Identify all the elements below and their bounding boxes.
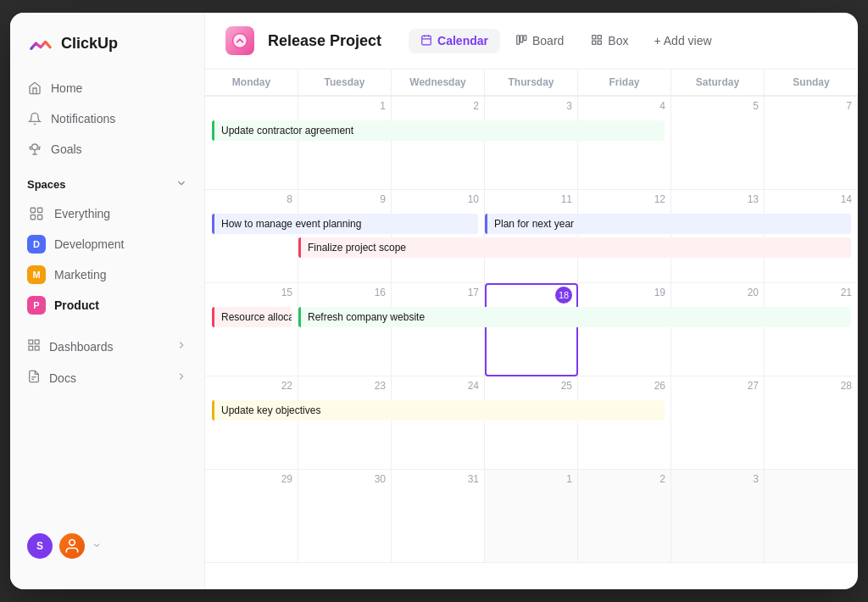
svg-rect-5 [29, 340, 33, 344]
day-cell-w2-d0[interactable]: 15 [205, 283, 298, 376]
calendar-event[interactable]: How to manage event planning [212, 214, 478, 234]
sidebar-sections: Dashboards Docs [10, 331, 204, 393]
calendar-week-1: 891011121314How to manage event planning… [205, 190, 858, 283]
day-cell-w4-d6[interactable] [765, 470, 858, 563]
sidebar-item-docs[interactable]: Docs [10, 362, 204, 393]
day-cell-w0-d4[interactable]: 4 [578, 97, 671, 190]
svg-point-11 [70, 540, 75, 546]
day-cell-w4-d1[interactable]: 30 [298, 470, 392, 563]
day-header-wed: Wednesday [392, 70, 485, 96]
day-cell-w4-d5[interactable]: 3 [671, 470, 765, 563]
spaces-toggle-icon[interactable] [175, 177, 187, 192]
sidebar-nav: Home Notifications Goals [10, 74, 204, 164]
day-cell-w4-d2[interactable]: 31 [392, 470, 485, 563]
svg-rect-22 [593, 41, 596, 44]
calendar-week-4: 293031123 [205, 470, 858, 563]
sidebar-item-development[interactable]: D Development [17, 229, 198, 259]
svg-rect-21 [598, 35, 602, 38]
day-cell-w3-d3[interactable]: 25 [485, 376, 578, 470]
day-cell-w0-d0[interactable] [205, 97, 298, 190]
day-cell-w1-d2[interactable]: 10 [392, 190, 485, 283]
day-cell-w3-d2[interactable]: 24 [392, 376, 485, 470]
bell-icon [27, 111, 42, 126]
project-title: Release Project [268, 32, 381, 50]
tab-board[interactable]: Board [504, 29, 576, 53]
day-cell-w2-d1[interactable]: 16 [298, 283, 392, 376]
day-cell-w4-d3[interactable]: 1 [485, 470, 578, 563]
avatar-s[interactable]: S [27, 533, 53, 559]
sidebar-item-product[interactable]: P Product [17, 290, 198, 321]
day-cell-w1-d4[interactable]: 12 [578, 190, 671, 283]
svg-rect-6 [35, 340, 39, 344]
day-header-tue: Tuesday [298, 70, 392, 96]
calendar-week-0: 123457Update contractor agreement [205, 97, 858, 190]
sidebar: ClickUp Home Notifications Goals [10, 13, 205, 589]
sidebar-item-everything[interactable]: Everything [17, 198, 198, 229]
svg-rect-2 [38, 208, 42, 212]
day-cell-w2-d4[interactable]: 19 [578, 283, 671, 376]
calendar-event[interactable]: Refresh company website [298, 307, 851, 327]
sidebar-item-dashboards[interactable]: Dashboards [10, 331, 204, 362]
day-cell-w3-d0[interactable]: 22 [205, 376, 298, 470]
svg-rect-20 [593, 35, 596, 38]
view-tabs: Calendar Board Box + Add view [409, 29, 722, 53]
calendar-event[interactable]: Resource allocation [212, 307, 292, 327]
svg-rect-17 [517, 35, 520, 44]
day-cell-w3-d1[interactable]: 23 [298, 376, 392, 470]
day-cell-w2-d3[interactable]: 18 [485, 283, 578, 376]
day-cell-w2-d5[interactable]: 20 [671, 283, 765, 376]
svg-rect-19 [524, 35, 526, 40]
everything-icon [27, 204, 46, 223]
sidebar-item-home[interactable]: Home [17, 74, 198, 103]
logo: ClickUp [10, 30, 204, 74]
calendar-event[interactable]: Finalize project scope [298, 237, 851, 258]
avatar-user[interactable] [59, 533, 85, 559]
day-cell-w3-d4[interactable]: 26 [578, 376, 671, 470]
day-cell-w0-d2[interactable]: 2 [392, 97, 485, 190]
day-cell-w2-d2[interactable]: 17 [392, 283, 485, 376]
box-tab-icon [591, 34, 603, 48]
day-cell-w4-d4[interactable]: 2 [578, 470, 671, 563]
day-cell-w0-d6[interactable]: 7 [765, 97, 858, 190]
trophy-icon [27, 142, 42, 157]
calendar-event[interactable]: Plan for next year [485, 214, 851, 234]
day-header-sat: Saturday [671, 70, 765, 96]
calendar-event[interactable]: Update contractor agreement [212, 120, 665, 141]
main-content: Release Project Calendar Board [205, 13, 858, 589]
sidebar-item-notifications[interactable]: Notifications [17, 104, 198, 133]
svg-rect-7 [29, 346, 33, 350]
avatar-chevron-icon[interactable] [92, 538, 102, 554]
calendar-event[interactable]: Update key objectives [212, 400, 665, 421]
tab-box-label: Box [608, 34, 628, 47]
sidebar-item-marketing-label: Marketing [54, 268, 106, 281]
day-cell-w1-d3[interactable]: 11 [485, 190, 578, 283]
sidebar-footer: S [10, 520, 204, 572]
calendar-tab-icon [420, 34, 432, 48]
day-cell-w1-d5[interactable]: 13 [671, 190, 765, 283]
add-view-button[interactable]: + Add view [643, 29, 721, 53]
tab-calendar[interactable]: Calendar [409, 29, 500, 53]
day-cell-w1-d0[interactable]: 8 [205, 190, 298, 283]
spaces-label: Spaces [27, 178, 66, 191]
day-cell-w1-d6[interactable]: 14 [765, 190, 858, 283]
tab-box[interactable]: Box [579, 29, 640, 53]
day-cell-w0-d3[interactable]: 3 [485, 97, 578, 190]
day-header-fri: Friday [578, 70, 671, 96]
calendar-week-3: 22232425262728Update key objectives [205, 376, 858, 470]
sidebar-item-marketing[interactable]: M Marketing [17, 259, 198, 290]
day-cell-w4-d0[interactable]: 29 [205, 470, 298, 563]
sidebar-item-notifications-label: Notifications [51, 112, 115, 125]
day-cell-w2-d6[interactable]: 21 [765, 283, 858, 376]
sidebar-item-goals[interactable]: Goals [17, 135, 198, 164]
sidebar-item-development-label: Development [54, 237, 125, 251]
sidebar-item-home-label: Home [51, 81, 82, 95]
day-cell-w3-d6[interactable]: 28 [765, 376, 858, 470]
product-badge: P [27, 296, 46, 315]
dashboards-left: Dashboards [27, 338, 114, 354]
day-cell-w0-d1[interactable]: 1 [298, 97, 392, 190]
spaces-list: Everything D Development M Marketing P P… [10, 198, 204, 321]
day-cell-w3-d5[interactable]: 27 [671, 376, 765, 470]
marketing-badge: M [27, 265, 46, 284]
day-cell-w0-d5[interactable]: 5 [671, 97, 765, 190]
day-cell-w1-d1[interactable]: 9 [298, 190, 392, 283]
